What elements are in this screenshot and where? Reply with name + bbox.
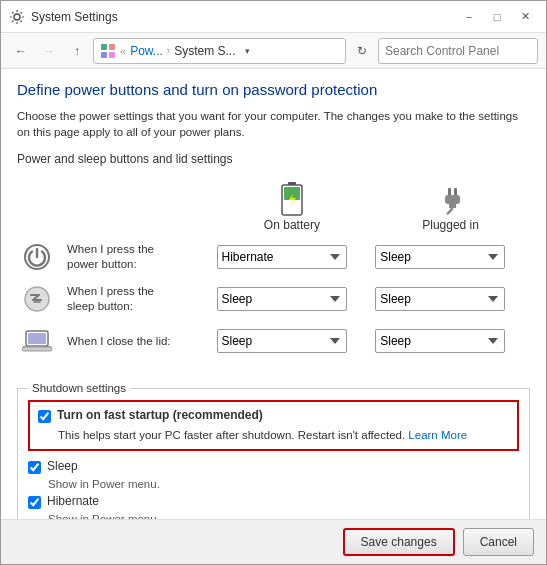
forward-button[interactable]: → [37, 39, 61, 63]
svg-rect-3 [101, 52, 107, 58]
sleep-button-label: When I press the sleep button: [63, 278, 213, 320]
sleep-shutdown-item: Sleep Show in Power menu. [28, 459, 519, 490]
fast-startup-checkbox[interactable] [38, 410, 51, 423]
battery-icon [280, 182, 304, 216]
lid-icon [21, 325, 53, 357]
svg-rect-12 [445, 195, 460, 204]
fast-startup-desc: This helps start your PC faster after sh… [58, 427, 509, 443]
hibernate-shutdown-item: Hibernate Show in Power menu. [28, 494, 519, 519]
lid-label: When I close the lid: [63, 320, 213, 362]
section-label: Power and sleep buttons and lid settings [17, 152, 530, 166]
svg-rect-1 [101, 44, 107, 50]
fast-startup-label: Turn on fast startup (recommended) [57, 408, 263, 422]
sleep-button-icon [21, 283, 53, 315]
power-plugged-cell: Sleep Do nothing Hibernate Shut down Tur… [371, 236, 530, 278]
svg-rect-13 [449, 204, 456, 208]
table-row: When I press the power button: Hibernate… [17, 236, 530, 278]
close-button[interactable]: ✕ [512, 7, 538, 27]
plug-icon [436, 186, 466, 216]
svg-rect-2 [109, 44, 115, 50]
bc-dropdown-button[interactable]: ▾ [240, 43, 256, 59]
bc-prefix: « [120, 45, 126, 57]
sleep-shutdown-checkbox[interactable] [28, 461, 41, 474]
lid-battery-cell: Sleep Do nothing Hibernate Shut down Tur… [213, 320, 372, 362]
page-description: Choose the power settings that you want … [17, 108, 530, 140]
power-button-icon [21, 241, 53, 273]
cancel-button[interactable]: Cancel [463, 528, 534, 556]
hibernate-shutdown-desc: Show in Power menu. [48, 513, 519, 519]
svg-rect-10 [448, 188, 451, 196]
svg-rect-18 [22, 347, 52, 351]
lid-plugged-cell: Sleep Do nothing Hibernate Shut down Tur… [371, 320, 530, 362]
hibernate-shutdown-label: Hibernate [47, 494, 99, 508]
power-battery-dropdown[interactable]: Hibernate Do nothing Sleep Shut down Tur… [217, 245, 347, 269]
window-icon [9, 9, 25, 25]
bc-sys: System S... [174, 44, 235, 58]
power-table: On battery [17, 178, 530, 362]
svg-point-0 [14, 14, 20, 20]
control-panel-icon [100, 43, 116, 59]
table-row: When I press the sleep button: Sleep Do … [17, 278, 530, 320]
lid-plugged-dropdown[interactable]: Sleep Do nothing Hibernate Shut down Tur… [375, 329, 505, 353]
bc-pow[interactable]: Pow... [130, 44, 163, 58]
table-row: When I close the lid: Sleep Do nothing H… [17, 320, 530, 362]
title-bar: System Settings − □ ✕ [1, 1, 546, 33]
svg-rect-11 [454, 188, 457, 196]
sleep-plugged-cell: Sleep Do nothing Hibernate Shut down Tur… [371, 278, 530, 320]
nav-bar: ← → ↑ « Pow... › System S... ▾ ↻ [1, 33, 546, 69]
power-button-label: When I press the power button: [63, 236, 213, 278]
th-plugged-label: Plugged in [422, 218, 479, 232]
th-icon-col [17, 178, 63, 236]
system-settings-window: System Settings − □ ✕ ← → ↑ « Pow... › S… [0, 0, 547, 565]
save-changes-button[interactable]: Save changes [343, 528, 455, 556]
window-title: System Settings [31, 10, 118, 24]
minimize-button[interactable]: − [456, 7, 482, 27]
svg-rect-17 [28, 333, 46, 344]
hibernate-shutdown-checkbox[interactable] [28, 496, 41, 509]
th-label-col [63, 178, 213, 236]
shutdown-section: Shutdown settings Turn on fast startup (… [17, 382, 530, 519]
content-area: Define power buttons and turn on passwor… [1, 69, 546, 519]
fast-startup-row: Turn on fast startup (recommended) [38, 408, 509, 423]
sleep-shutdown-label: Sleep [47, 459, 78, 473]
back-button[interactable]: ← [9, 39, 33, 63]
learn-more-link[interactable]: Learn More [408, 429, 467, 441]
bc-sep: › [167, 45, 170, 56]
sleep-battery-dropdown[interactable]: Sleep Do nothing Hibernate Shut down Tur… [217, 287, 347, 311]
fast-startup-box: Turn on fast startup (recommended) This … [28, 400, 519, 451]
th-battery-label: On battery [264, 218, 320, 232]
th-battery: On battery [213, 178, 372, 236]
refresh-button[interactable]: ↻ [350, 39, 374, 63]
sleep-battery-cell: Sleep Do nothing Hibernate Shut down Tur… [213, 278, 372, 320]
page-title: Define power buttons and turn on passwor… [17, 81, 530, 98]
maximize-button[interactable]: □ [484, 7, 510, 27]
shutdown-title: Shutdown settings [28, 382, 130, 394]
title-bar-left: System Settings [9, 9, 118, 25]
sleep-plugged-dropdown[interactable]: Sleep Do nothing Hibernate Shut down Tur… [375, 287, 505, 311]
search-input[interactable] [385, 44, 535, 58]
footer: Save changes Cancel [1, 519, 546, 564]
lid-battery-dropdown[interactable]: Sleep Do nothing Hibernate Shut down Tur… [217, 329, 347, 353]
up-button[interactable]: ↑ [65, 39, 89, 63]
th-plugged: Plugged in [371, 178, 530, 236]
title-bar-controls: − □ ✕ [456, 7, 538, 27]
power-plugged-dropdown[interactable]: Sleep Do nothing Hibernate Shut down Tur… [375, 245, 505, 269]
search-bar [378, 38, 538, 64]
power-battery-cell: Hibernate Do nothing Sleep Shut down Tur… [213, 236, 372, 278]
breadcrumb: « Pow... › System S... ▾ [93, 38, 346, 64]
svg-rect-4 [109, 52, 115, 58]
sleep-shutdown-desc: Show in Power menu. [48, 478, 519, 490]
